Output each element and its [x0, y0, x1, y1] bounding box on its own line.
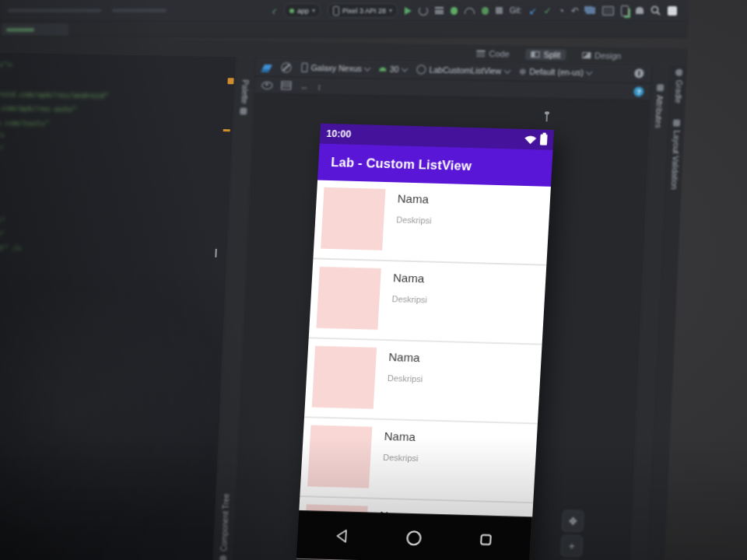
apply-changes-icon[interactable]	[419, 6, 428, 16]
design-surface[interactable]: 10:00 Lab - Custom ListView	[231, 94, 651, 560]
attach-debugger-icon[interactable]	[482, 7, 489, 15]
phone-preview[interactable]: 10:00 Lab - Custom ListView	[296, 124, 554, 560]
editor-blur-overlay	[0, 53, 236, 560]
palette-icon	[240, 107, 247, 114]
locale-dropdown[interactable]: ⊕ Default (en-us)	[519, 67, 591, 78]
tab-design[interactable]: Design	[577, 49, 627, 61]
attributes-tool-button[interactable]: Attributes	[654, 84, 665, 128]
app-bar[interactable]: Lab - Custom ListView	[317, 144, 552, 187]
stop-icon[interactable]	[496, 7, 503, 14]
chevron-down-icon	[402, 65, 408, 72]
split-mode-label: Split	[543, 50, 560, 59]
list-item-description: Deskripsi	[388, 373, 423, 383]
chevron-down-icon	[364, 65, 370, 71]
layout-validation-icon	[672, 120, 679, 127]
recents-icon	[479, 534, 493, 546]
phone-icon	[301, 63, 308, 72]
gradle-tool-button[interactable]: Gradle	[673, 69, 683, 103]
phone-screen: Nama Deskripsi Nama Deskripsi Nama Deskr…	[296, 180, 551, 560]
api-level-dropdown[interactable]: 30	[380, 65, 407, 75]
scrollbar-warning-mark[interactable]	[228, 78, 234, 84]
theme-dropdown-label: LabCustomListView	[429, 65, 501, 76]
scrollbar-thumb[interactable]	[215, 249, 217, 257]
theme-icon	[416, 65, 426, 74]
app-bar-title: Lab - Custom ListView	[331, 155, 472, 173]
editor-tabbar	[0, 22, 688, 37]
component-tree-tool-button[interactable]: Component Tree	[219, 493, 230, 560]
run-config-selector[interactable]: app ▾	[284, 3, 321, 18]
palette-tool-button[interactable]: Palette	[239, 79, 249, 114]
run-config-label: app	[297, 7, 309, 15]
design-surface-icon[interactable]	[262, 65, 272, 69]
theme-dropdown[interactable]: LabCustomListView	[416, 65, 509, 75]
code-editor[interactable]: s">roid.com/apk/res/android".com/apk/res…	[0, 53, 236, 560]
git-update-icon[interactable]: ↙	[529, 6, 537, 16]
layout-validation-label: Layout Validation	[669, 131, 680, 190]
view-options-icon[interactable]	[261, 81, 272, 89]
pan-button[interactable]: ✥	[562, 510, 584, 532]
code-mode-label: Code	[489, 48, 510, 58]
project-structure-icon[interactable]	[586, 7, 595, 14]
component-tree-label: Component Tree	[219, 493, 230, 551]
list-item[interactable]: Nama Deskripsi	[313, 180, 550, 266]
code-mode-icon	[476, 50, 485, 56]
globe-icon: ⊕	[519, 67, 527, 75]
search-icon[interactable]	[651, 5, 661, 16]
list-item[interactable]: Nama Deskripsi	[309, 260, 546, 345]
list-item[interactable]: Nama Deskripsi	[304, 338, 542, 424]
run-button[interactable]	[405, 7, 412, 15]
layout-validation-tool-button[interactable]: Layout Validation	[669, 120, 681, 190]
run-config-status-icon	[289, 9, 294, 13]
design-pane: Galaxy Nexus 30 LabCustomListView	[231, 58, 652, 560]
notifications-icon[interactable]	[636, 7, 644, 14]
list-item-name: Nama	[384, 429, 416, 443]
gradle-icon	[675, 69, 682, 76]
render-wrench-icon[interactable]	[543, 111, 552, 122]
scrollbar-warning-tick[interactable]	[223, 129, 230, 131]
help-icon[interactable]: ?	[633, 86, 644, 96]
rollback-icon[interactable]: ↶	[571, 6, 579, 16]
device-selector-label: Pixel 3 API 28	[342, 7, 386, 15]
list-item-name: Nama	[388, 350, 420, 364]
android-studio-window: ⌐ app ▾ Pixel 3 API 28 ▾ Git:	[0, 0, 688, 560]
list-item-description: Deskripsi	[391, 294, 427, 304]
locale-dropdown-label: Default (en-us)	[529, 67, 584, 77]
attributes-icon	[657, 84, 664, 91]
blueprint-toggle-icon[interactable]	[281, 81, 291, 89]
battery-icon	[540, 135, 548, 145]
history-icon[interactable]: ◔	[559, 6, 564, 16]
chevron-down-icon: ▾	[389, 7, 392, 14]
list-item-name: Nama	[397, 191, 429, 205]
chevron-down-icon	[586, 68, 592, 75]
running-devices-icon[interactable]	[602, 6, 614, 16]
settings-square-icon[interactable]	[668, 6, 677, 16]
main-area: Code Split Design s">roid.com/apk/res/an…	[0, 37, 688, 560]
listview[interactable]: Nama Deskripsi Nama Deskripsi Nama Deskr…	[296, 180, 551, 560]
device-manager-icon[interactable]	[621, 5, 629, 16]
tab-split[interactable]: Split	[525, 48, 566, 60]
render-issues-icon[interactable]	[634, 68, 644, 78]
run-list-icon[interactable]	[435, 7, 444, 14]
tab-code[interactable]: Code	[471, 47, 515, 59]
wrench-icon[interactable]: ⌐	[269, 5, 279, 16]
profiler-icon[interactable]	[465, 8, 475, 14]
main-toolbar: ⌐ app ▾ Pixel 3 API 28 ▾ Git:	[0, 0, 688, 22]
menu-smudge	[112, 9, 167, 12]
debug-icon[interactable]	[451, 7, 458, 15]
chevron-down-icon: ▾	[312, 7, 315, 14]
device-dropdown[interactable]: Galaxy Nexus	[301, 63, 370, 74]
wifi-icon	[524, 135, 537, 143]
zoom-in-button[interactable]: +	[560, 535, 583, 557]
no-device-frame-icon[interactable]	[281, 62, 292, 72]
orientation-vertical-icon[interactable]: ↕	[317, 82, 321, 91]
device-selector[interactable]: Pixel 3 API 28 ▾	[328, 3, 398, 18]
design-mode-icon	[582, 52, 591, 58]
list-item-image-placeholder	[317, 267, 381, 330]
gradle-label: Gradle	[673, 80, 682, 103]
editor-tab[interactable]	[2, 23, 68, 36]
orientation-horizontal-icon[interactable]: ↔	[300, 81, 309, 90]
git-commit-icon[interactable]: ✓	[544, 6, 552, 16]
list-item[interactable]: Nama Deskripsi	[300, 418, 537, 503]
back-icon	[335, 528, 349, 543]
phone-icon	[333, 6, 339, 16]
